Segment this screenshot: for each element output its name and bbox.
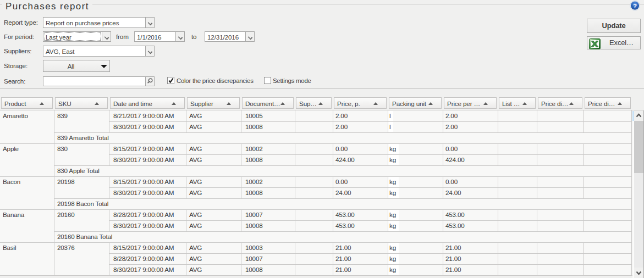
svg-text:?: ? bbox=[633, 3, 637, 9]
